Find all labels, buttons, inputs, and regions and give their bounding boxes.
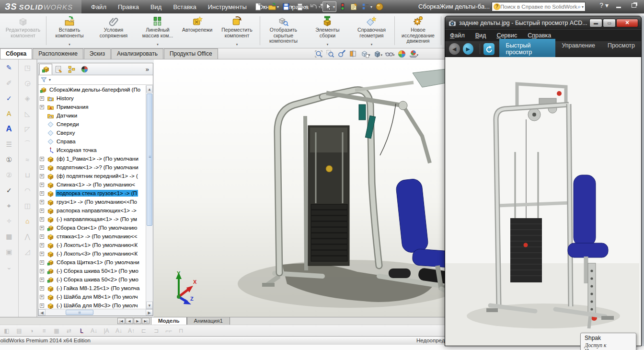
expand-toggle[interactable]: + bbox=[40, 295, 44, 299]
tree-item[interactable]: +(-) Локоть<1> (По умолчанию<К bbox=[38, 241, 153, 249]
dropdown-caret-icon[interactable]: ▾ bbox=[277, 5, 279, 9]
align-collinear-icon[interactable]: A↓ bbox=[90, 327, 98, 334]
lock-icon[interactable]: ⌂ bbox=[22, 217, 33, 225]
new-document-button[interactable]: ▾ bbox=[253, 2, 266, 12]
open-button[interactable]: ▾ bbox=[267, 2, 280, 12]
block-icon[interactable]: ▣ bbox=[4, 247, 14, 256]
scroll-down-arrow[interactable]: ▼ bbox=[146, 302, 153, 309]
ribbon-show-hidden-button[interactable]: Отобразить скрытые компоненты bbox=[261, 14, 305, 47]
search-icon[interactable]: ⌕ bbox=[577, 3, 581, 10]
tree-item[interactable]: Сверху bbox=[38, 128, 153, 137]
search-input[interactable] bbox=[500, 4, 577, 10]
revolve-icon[interactable]: ◶ bbox=[22, 79, 33, 87]
expand-toggle[interactable]: + bbox=[40, 226, 44, 230]
displaymanager-tab-button[interactable] bbox=[78, 64, 91, 75]
tree-item[interactable]: +Сборка Щитка<1> (По умолчани bbox=[38, 258, 153, 267]
acdsee-tab-Просмотр[interactable]: Просмотр bbox=[601, 39, 641, 59]
tree-item[interactable]: +(ф) подпятник передний<1> -> ( bbox=[38, 172, 153, 180]
expand-toggle[interactable]: + bbox=[40, 200, 44, 204]
ribbon-linear-pattern-button[interactable]: Линейный массив ком...▾ bbox=[136, 14, 180, 47]
featuremanager-tab-button[interactable] bbox=[39, 64, 52, 75]
zoom-fit-button[interactable] bbox=[314, 49, 323, 58]
scroll-left-arrow[interactable]: ◀ bbox=[38, 309, 46, 315]
tree-item[interactable]: +(-) Гайка М8-1.25<1> (По умолча bbox=[38, 284, 153, 292]
dropdown-caret-icon[interactable]: ▾ bbox=[381, 53, 383, 57]
tree-item[interactable]: +Сборка Оси<1> (По умолчанию bbox=[38, 223, 153, 232]
tree-item[interactable]: +(-) Сборка шкива 50<2> (По умо bbox=[38, 275, 153, 284]
align-origin-icon[interactable]: L bbox=[78, 327, 85, 334]
mirror-icon[interactable]: ◫ bbox=[22, 201, 33, 210]
help-sphere-button[interactable] bbox=[374, 2, 385, 12]
tree-item[interactable]: +(-) Шайба для М8<3> (По умолч bbox=[38, 301, 153, 309]
tree-item[interactable]: Датчики bbox=[38, 111, 153, 120]
dropdown-caret-icon[interactable]: ▾ bbox=[371, 42, 373, 47]
corner-icon[interactable]: ◸ bbox=[22, 125, 33, 133]
acdsee-menu-Сервис[interactable]: Сервис bbox=[496, 32, 517, 39]
align-left-icon[interactable]: |A bbox=[103, 327, 110, 334]
tree-item[interactable]: +стяжка<1> -> (По умолчанию<< bbox=[38, 232, 153, 241]
help-search-box[interactable]: ? ⌕ ▾ bbox=[492, 2, 586, 12]
magnet-icon[interactable]: ⌒ bbox=[22, 140, 33, 149]
tab-Расположение[interactable]: Расположение bbox=[33, 48, 83, 59]
expand-toggle[interactable]: + bbox=[40, 252, 44, 256]
ribbon-motion-study-button[interactable]: Новое исследование движения bbox=[396, 14, 440, 47]
expand-toggle[interactable]: + bbox=[40, 96, 44, 101]
tab-Сборка[interactable]: Сборка bbox=[0, 48, 32, 59]
dropdown-caret-icon[interactable]: ▾ bbox=[333, 5, 335, 9]
note-icon[interactable]: А bbox=[4, 125, 14, 133]
stamp-icon[interactable]: ⊔ bbox=[22, 171, 33, 179]
align-bottom-icon[interactable]: A↓ bbox=[115, 327, 123, 334]
check-mark-icon[interactable]: ✓ bbox=[4, 186, 14, 195]
group-icon[interactable]: ⊏ bbox=[140, 327, 148, 334]
expand-toggle[interactable]: + bbox=[40, 217, 44, 222]
tree-item[interactable]: +Спинка<1> -> (По умолчанию< bbox=[38, 180, 153, 189]
ungroup-icon[interactable]: ⊐ bbox=[152, 327, 160, 334]
tree-item[interactable]: Справа bbox=[38, 137, 153, 146]
tree-item[interactable]: +груз<1> -> (По умолчанию<<По bbox=[38, 198, 153, 206]
smart-dimension-icon[interactable]: ✐ bbox=[4, 79, 14, 87]
tab-Анализировать[interactable]: Анализировать bbox=[111, 48, 163, 59]
dropdown-caret-icon[interactable]: ▾ bbox=[69, 42, 70, 47]
view-orientation-button[interactable]: ▾ bbox=[360, 49, 370, 58]
panel-expand-chevron[interactable]: » bbox=[146, 66, 149, 73]
expand-toggle[interactable]: + bbox=[40, 165, 44, 170]
dropdown-caret-icon[interactable]: ▾ bbox=[157, 42, 159, 47]
acdsee-menu-Файл[interactable]: Файл bbox=[450, 32, 465, 39]
options-button[interactable]: ▾ bbox=[360, 2, 373, 12]
ribbon-edit-component-button[interactable]: Редактировать компонент bbox=[1, 14, 45, 47]
deviation-icon[interactable]: ⌖ bbox=[4, 201, 14, 210]
previous-view-button[interactable] bbox=[337, 49, 346, 58]
vertical-scroll-thumb[interactable] bbox=[147, 93, 152, 226]
scene-stack-icon[interactable]: ▤ bbox=[15, 327, 23, 334]
last-frame-button[interactable]: ▶| bbox=[142, 318, 150, 324]
dropdown-caret-icon[interactable]: ▾ bbox=[417, 53, 419, 57]
format-painter-icon[interactable]: A bbox=[4, 109, 14, 118]
acdsee-tab-Управление[interactable]: Управление bbox=[555, 39, 601, 59]
swap-icon[interactable]: ⇄ bbox=[65, 327, 73, 334]
scroll-up-arrow[interactable]: ▲ bbox=[146, 85, 153, 93]
weld-symbol-icon[interactable]: ⌄ bbox=[4, 263, 14, 271]
save-button[interactable]: ▾ bbox=[281, 2, 294, 12]
draft-icon[interactable]: ◿ bbox=[22, 247, 33, 256]
surface-finish-icon[interactable]: ✧ bbox=[4, 217, 14, 225]
tree-item[interactable]: +(-) направляющая<1> -> (По ум bbox=[38, 215, 153, 223]
ribbon-insert-components-button[interactable]: Вставить компоненты▾ bbox=[47, 14, 92, 47]
loft-icon[interactable]: ◈ bbox=[22, 94, 33, 103]
search-caret-icon[interactable]: ▾ bbox=[582, 5, 584, 9]
print-button[interactable]: ▾ bbox=[295, 2, 308, 12]
expand-toggle[interactable]: + bbox=[40, 174, 44, 178]
filter-caret-icon[interactable]: ▾ bbox=[49, 78, 51, 82]
spell-check-icon[interactable]: ✓ bbox=[4, 94, 14, 103]
table-icon[interactable]: ▦ bbox=[4, 232, 14, 241]
forward-button[interactable]: ▶ bbox=[463, 43, 474, 55]
ribbon-smart-fasteners-button[interactable]: Автокрепежи bbox=[180, 14, 215, 47]
expand-toggle[interactable]: + bbox=[40, 286, 44, 291]
previous-frame-button[interactable]: ◀ bbox=[126, 318, 133, 324]
tab-Эскиз[interactable]: Эскиз bbox=[84, 48, 111, 59]
menu-Вставка[interactable]: Вставка bbox=[168, 1, 201, 12]
dropdown-caret-icon[interactable]: ▾ bbox=[370, 5, 372, 9]
expand-toggle[interactable]: + bbox=[40, 234, 44, 239]
tab-Анимация1[interactable]: Анимация1 bbox=[187, 317, 230, 325]
acdsee-titlebar[interactable]: задние дельты.jpg - Быстрый просмотр ACD… bbox=[445, 16, 641, 29]
sketch-icon[interactable]: ✎ bbox=[4, 63, 14, 72]
